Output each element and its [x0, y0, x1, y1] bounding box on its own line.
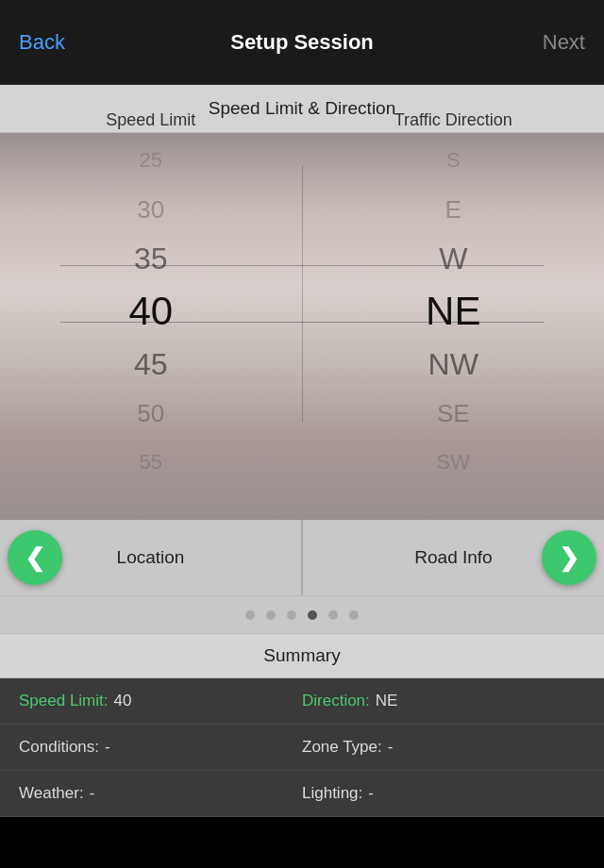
navigation-bar: Back Setup Session Next — [0, 0, 604, 85]
speed-item-50[interactable]: 50 — [0, 389, 302, 438]
direction-item-w[interactable]: W — [303, 234, 605, 283]
road-info-label[interactable]: Road Info — [414, 547, 492, 568]
direction-label: Traffic Direction — [303, 101, 605, 136]
summary-cell-conditions: Conditions: - — [19, 738, 302, 757]
speed-limit-key: Speed Limit: — [19, 692, 109, 710]
speed-limit-column[interactable]: Speed Limit 25 30 35 40 45 50 55 — [0, 133, 302, 454]
location-label[interactable]: Location — [117, 547, 185, 568]
direction-item-nw[interactable]: NW — [303, 340, 605, 389]
lighting-key: Lighting: — [302, 784, 362, 803]
summary-body: Speed Limit: 40 Direction: NE Conditions… — [0, 678, 604, 817]
pagination-dots — [0, 595, 604, 633]
dot-2[interactable] — [266, 610, 276, 620]
summary-header: Summary — [0, 633, 604, 678]
back-button[interactable]: Back — [19, 30, 65, 55]
button-row: ❮ Location Road Info ❯ — [0, 520, 604, 595]
zone-type-key: Zone Type: — [302, 738, 382, 757]
road-info-section: Road Info ❯ — [302, 520, 604, 595]
speed-item-25[interactable]: 25 — [0, 136, 302, 185]
weather-key: Weather: — [19, 784, 84, 803]
prev-button[interactable]: ❮ — [8, 530, 62, 585]
dot-5[interactable] — [328, 610, 338, 620]
summary-cell-lighting: Lighting: - — [302, 784, 585, 803]
speed-item-35[interactable]: 35 — [0, 234, 302, 283]
speed-limit-items[interactable]: 25 30 35 40 45 50 55 — [0, 136, 302, 487]
summary-row-3: Weather: - Lighting: - — [0, 771, 604, 817]
next-nav-button[interactable]: ❯ — [542, 530, 596, 585]
speed-item-40[interactable]: 40 — [0, 283, 302, 340]
direction-item-se[interactable]: SE — [303, 389, 605, 438]
direction-item-ne[interactable]: NE — [303, 283, 605, 340]
picker-columns: Speed Limit 25 30 35 40 45 50 55 Traffic… — [0, 133, 604, 454]
picker-area: Speed Limit 25 30 35 40 45 50 55 Traffic… — [0, 133, 604, 520]
speed-item-45[interactable]: 45 — [0, 340, 302, 389]
direction-item-e[interactable]: E — [303, 185, 605, 234]
location-section: ❮ Location — [0, 520, 302, 595]
direction-column[interactable]: Traffic Direction S E W NE NW SE SW — [303, 133, 605, 454]
speed-item-30[interactable]: 30 — [0, 185, 302, 234]
summary-cell-speed: Speed Limit: 40 — [19, 692, 302, 710]
direction-value: NE — [376, 692, 398, 710]
direction-item-sw[interactable]: SW — [303, 438, 605, 487]
summary-cell-weather: Weather: - — [19, 784, 302, 803]
conditions-value: - — [105, 738, 110, 757]
dot-1[interactable] — [245, 610, 255, 620]
zone-type-value: - — [388, 738, 394, 757]
page-title: Setup Session — [230, 30, 374, 55]
dot-6[interactable] — [349, 610, 359, 620]
summary-cell-zone-type: Zone Type: - — [302, 738, 585, 757]
summary-cell-direction: Direction: NE — [302, 692, 585, 710]
speed-limit-value: 40 — [114, 692, 132, 710]
speed-item-55[interactable]: 55 — [0, 438, 302, 487]
lighting-value: - — [368, 784, 374, 803]
weather-value: - — [90, 784, 95, 803]
next-button[interactable]: Next — [543, 30, 585, 55]
dot-4[interactable] — [308, 610, 317, 620]
direction-items[interactable]: S E W NE NW SE SW — [303, 136, 605, 487]
dot-3[interactable] — [287, 610, 296, 620]
conditions-key: Conditions: — [19, 738, 99, 757]
speed-limit-label: Speed Limit — [0, 101, 302, 136]
summary-row-1: Speed Limit: 40 Direction: NE — [0, 678, 604, 725]
right-arrow-icon: ❯ — [559, 545, 579, 570]
left-arrow-icon: ❮ — [25, 545, 45, 570]
summary-row-2: Conditions: - Zone Type: - — [0, 725, 604, 771]
direction-key: Direction: — [302, 692, 370, 710]
direction-item-s[interactable]: S — [303, 136, 605, 185]
